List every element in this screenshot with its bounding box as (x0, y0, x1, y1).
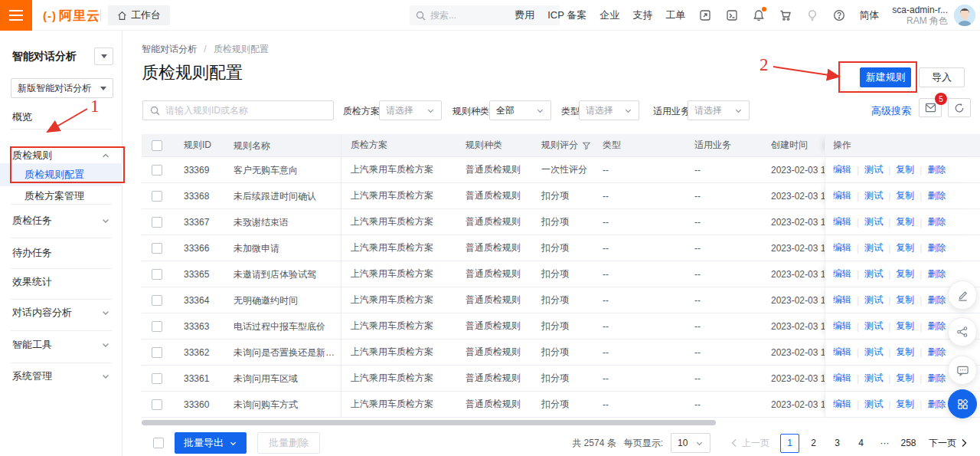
cart-icon[interactable] (779, 8, 792, 22)
test-link[interactable]: 测试 (864, 294, 883, 307)
app-panel-fab[interactable] (948, 389, 977, 418)
notifications-bell-icon[interactable] (752, 8, 766, 22)
workbench-button[interactable]: 工作台 (108, 5, 170, 25)
copy-link[interactable]: 复制 (896, 215, 914, 228)
row-checkbox[interactable] (152, 243, 162, 254)
copy-link[interactable]: 复制 (896, 189, 914, 202)
row-checkbox[interactable] (152, 399, 162, 410)
copy-link[interactable]: 复制 (896, 267, 914, 280)
nav-ticket[interactable]: 工单 (665, 8, 685, 22)
type-filter-select[interactable]: 请选择 (579, 100, 639, 120)
mail-button[interactable]: 5 (919, 98, 942, 117)
test-link[interactable]: 测试 (864, 267, 883, 280)
feedback-comment-fab[interactable] (948, 356, 977, 385)
row-checkbox[interactable] (152, 191, 162, 202)
delete-link[interactable]: 删除 (927, 320, 946, 333)
prev-page-button[interactable]: 上一页 (730, 437, 769, 450)
rule-search-input[interactable] (165, 105, 318, 116)
advanced-search-link[interactable]: 高级搜索 (871, 104, 911, 118)
delete-link[interactable]: 删除 (927, 189, 946, 202)
edit-link[interactable]: 编辑 (833, 346, 851, 359)
lightbulb-icon[interactable] (805, 8, 819, 22)
edit-link[interactable]: 编辑 (833, 372, 851, 385)
nav-cost[interactable]: 费用 (514, 8, 534, 22)
kind-filter-select[interactable]: 全部 (489, 100, 551, 120)
select-all-checkbox[interactable] (152, 140, 162, 151)
delete-link[interactable]: 删除 (927, 398, 946, 411)
delete-link[interactable]: 删除 (927, 241, 946, 254)
share-fab[interactable] (948, 317, 977, 346)
delete-link[interactable]: 删除 (927, 163, 946, 176)
footer-select-all-checkbox[interactable] (153, 438, 164, 448)
test-link[interactable]: 测试 (864, 372, 883, 385)
version-select[interactable]: 新版智能对话分析 (11, 78, 113, 98)
aliyun-logo[interactable]: (-) 阿里云 (43, 0, 100, 31)
delete-link[interactable]: 删除 (927, 267, 946, 280)
delete-link[interactable]: 删除 (927, 294, 946, 307)
copy-link[interactable]: 复制 (896, 398, 914, 411)
sidebar-item-stats[interactable]: 效果统计 (0, 271, 122, 294)
refresh-button[interactable] (948, 98, 971, 117)
nav-icp[interactable]: ICP 备案 (547, 8, 586, 22)
row-checkbox[interactable] (152, 347, 162, 358)
hamburger-menu-icon[interactable] (0, 0, 32, 31)
row-checkbox[interactable] (152, 217, 162, 228)
edit-link[interactable]: 编辑 (833, 215, 851, 228)
copy-link[interactable]: 复制 (896, 294, 914, 307)
test-link[interactable]: 测试 (864, 320, 883, 333)
test-link[interactable]: 测试 (864, 241, 883, 254)
terminal-icon[interactable] (725, 8, 739, 22)
sidebar-item-overview[interactable]: 概览 (0, 106, 122, 129)
row-checkbox[interactable] (152, 321, 162, 332)
test-link[interactable]: 测试 (864, 346, 883, 359)
page-item[interactable]: 4 (851, 434, 871, 453)
edit-link[interactable]: 编辑 (833, 163, 851, 176)
avatar[interactable] (954, 5, 975, 26)
biz-filter-select[interactable]: 请选择 (688, 100, 750, 120)
breadcrumb-parent[interactable]: 智能对话分析 (142, 44, 197, 54)
edit-link[interactable]: 编辑 (833, 320, 851, 333)
filter-funnel-icon[interactable] (582, 141, 591, 150)
product-switcher-button[interactable] (94, 48, 113, 65)
row-checkbox[interactable] (152, 373, 162, 384)
delete-link[interactable]: 删除 (927, 215, 946, 228)
sidebar-group-content-analysis[interactable]: 对话内容分析 (0, 301, 122, 324)
feedback-edit-fab[interactable] (948, 280, 977, 310)
console-app-icon[interactable] (698, 8, 712, 22)
next-page-button[interactable]: 下一页 (929, 437, 968, 450)
copy-link[interactable]: 复制 (896, 346, 914, 359)
test-link[interactable]: 测试 (864, 398, 883, 411)
page-item[interactable]: 258 (899, 434, 918, 453)
test-link[interactable]: 测试 (864, 163, 883, 176)
user-menu[interactable]: sca-admin-r... RAM 角色 (892, 5, 975, 26)
copy-link[interactable]: 复制 (896, 320, 914, 333)
edit-link[interactable]: 编辑 (833, 267, 851, 280)
plan-filter-select[interactable]: 请选择 (379, 100, 442, 120)
test-link[interactable]: 测试 (864, 189, 883, 202)
copy-link[interactable]: 复制 (896, 241, 914, 254)
sidebar-group-tools[interactable]: 智能工具 (0, 333, 122, 356)
test-link[interactable]: 测试 (864, 215, 883, 228)
nav-support[interactable]: 支持 (632, 8, 652, 22)
edit-link[interactable]: 编辑 (833, 241, 851, 254)
help-icon[interactable] (832, 8, 846, 22)
locale-switch[interactable]: 简体 (859, 8, 879, 22)
sidebar-item-todo[interactable]: 待办任务 (0, 241, 122, 264)
import-button[interactable]: 导入 (919, 67, 965, 87)
page-size-select[interactable]: 10 (671, 433, 710, 453)
edit-link[interactable]: 编辑 (833, 398, 851, 411)
batch-delete-button[interactable]: 批量删除 (257, 432, 320, 454)
row-checkbox[interactable] (152, 165, 162, 176)
copy-link[interactable]: 复制 (896, 163, 914, 176)
edit-link[interactable]: 编辑 (833, 189, 851, 202)
row-checkbox[interactable] (152, 295, 162, 306)
sidebar-group-task[interactable]: 质检任务 (0, 209, 122, 232)
batch-export-button[interactable]: 批量导出 (175, 432, 247, 454)
sidebar-group-system[interactable]: 系统管理 (0, 365, 122, 388)
create-rule-button[interactable]: 新建规则 (860, 67, 911, 87)
page-item[interactable]: 3 (828, 434, 847, 453)
nav-enterprise[interactable]: 企业 (599, 8, 619, 22)
delete-link[interactable]: 删除 (927, 346, 946, 359)
row-checkbox[interactable] (152, 269, 162, 280)
copy-link[interactable]: 复制 (896, 372, 914, 385)
